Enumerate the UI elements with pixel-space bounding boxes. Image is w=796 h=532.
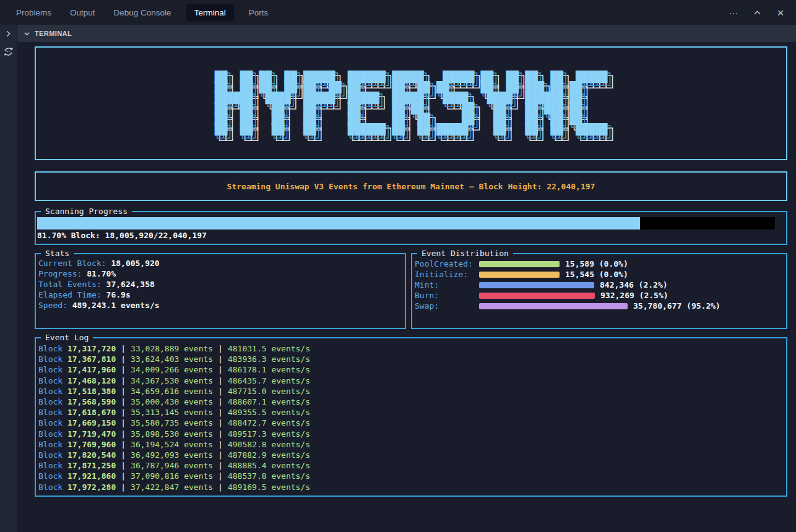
tab-ports[interactable]: Ports [249, 4, 269, 22]
stat-row: Current Block: 18,005,920 [38, 258, 405, 268]
progress-block-detail: Block: 18,005,920/22,040,197 [71, 231, 207, 240]
log-separator: | [121, 376, 126, 385]
log-block-prefix: Block [38, 471, 63, 481]
log-row: Block 17,518,380|34,659,616 events|48771… [38, 386, 786, 397]
log-block-prefix: Block [38, 408, 63, 417]
log-row: Block 17,367,810|33,624,403 events|48393… [38, 354, 786, 364]
log-events-rate: 488885.4 events/s [228, 461, 310, 470]
log-separator: | [218, 344, 223, 353]
log-events-count: 37,090,816 events [131, 471, 213, 481]
distribution-bar [479, 293, 595, 299]
stats-section: Stats Current Block: 18,005,920 Progress… [35, 253, 406, 329]
log-events-count: 33,624,403 events [131, 354, 213, 364]
distribution-bar [479, 272, 560, 278]
distribution-bar [479, 261, 560, 267]
panel-tab-bar: Problems Output Debug Console Terminal P… [0, 0, 796, 25]
distribution-value: 15,545 (0.0%) [565, 270, 628, 279]
hypersync-ascii-art: ██ ██ ██ ██ █████ ██████ █████ █████ ██ … [215, 72, 608, 135]
log-events-count: 34,009,266 events [131, 365, 213, 374]
log-separator: | [121, 387, 126, 396]
log-row: Block 17,568,590|35,000,430 events|48860… [38, 397, 786, 407]
log-block-number: 17,769,960 [67, 440, 116, 449]
log-row: Block 17,719,470|35,898,530 events|48951… [38, 429, 786, 439]
distribution-row: Burn: 932,269 (2.5%) [415, 290, 786, 301]
log-separator: | [218, 429, 223, 439]
log-separator: | [121, 471, 126, 481]
tab-output[interactable]: Output [70, 4, 95, 22]
log-separator: | [218, 483, 223, 492]
log-row: Block 17,972,280|37,422,847 events|48916… [38, 482, 786, 492]
log-row: Block 17,417,960|34,009,266 events|48617… [38, 364, 786, 375]
progress-readout: 81.70% Block: 18,005,920/22,040,197 [37, 231, 775, 240]
log-events-count: 36,194,524 events [131, 440, 213, 449]
log-block-number: 17,669,150 [67, 418, 116, 427]
stat-row: Progress: 81.70% [38, 268, 405, 279]
log-events-count: 33,028,889 events [131, 344, 213, 353]
log-separator: | [121, 483, 126, 492]
distribution-row: Swap: 35,780,677 (95.2%) [415, 301, 786, 311]
log-block-prefix: Block [38, 483, 63, 492]
log-separator: | [121, 365, 126, 374]
log-separator: | [218, 461, 223, 470]
log-separator: | [121, 418, 126, 427]
log-separator: | [218, 408, 223, 417]
expand-rail-chevron-icon[interactable] [4, 30, 12, 38]
tab-terminal[interactable]: Terminal [186, 4, 234, 22]
tab-problems[interactable]: Problems [16, 4, 51, 22]
log-events-rate: 487882.9 events/s [228, 450, 310, 460]
log-block-number: 17,568,590 [67, 397, 116, 406]
close-panel-icon[interactable]: × [775, 7, 786, 18]
log-events-rate: 489355.5 events/s [228, 408, 310, 417]
log-events-count: 35,898,530 events [131, 429, 213, 439]
more-actions-icon[interactable]: ··· [728, 7, 739, 18]
log-row: Block 17,669,150|35,580,735 events|48847… [38, 418, 786, 428]
log-block-prefix: Block [38, 354, 63, 364]
stat-label: Speed: [38, 301, 67, 310]
distribution-label: Swap: [415, 301, 479, 311]
event-distribution-title: Event Distribution [417, 249, 513, 258]
log-events-count: 35,000,430 events [131, 397, 213, 406]
log-block-number: 17,518,380 [67, 387, 116, 396]
distribution-row: Initialize: 15,545 (0.0%) [415, 269, 786, 280]
log-separator: | [121, 344, 126, 353]
distribution-value: 932,269 (2.5%) [600, 291, 668, 300]
log-events-rate: 481031.5 events/s [228, 344, 310, 353]
log-separator: | [218, 450, 223, 460]
log-block-number: 17,317,720 [67, 344, 116, 353]
distribution-value: 35,780,677 (95.2%) [633, 301, 720, 311]
stats-title: Stats [41, 249, 74, 258]
log-events-rate: 488607.1 events/s [228, 397, 310, 406]
stats-rows: Current Block: 18,005,920 Progress: 81.7… [38, 258, 405, 311]
distribution-rows: PoolCreated: 15,589 (0.0%) Initialize: 1… [415, 259, 786, 311]
stat-label: Current Block: [38, 259, 106, 268]
maximize-panel-icon[interactable] [751, 7, 763, 18]
log-events-rate: 490582.8 events/s [228, 440, 310, 449]
distribution-bar [479, 282, 594, 288]
log-row: Block 17,871,250|36,787,946 events|48888… [38, 460, 786, 471]
panel-tabs: Problems Output Debug Console Terminal P… [16, 4, 268, 22]
distribution-label: Initialize: [415, 270, 479, 279]
log-block-prefix: Block [38, 376, 63, 385]
log-block-prefix: Block [38, 450, 63, 460]
log-row: Block 17,317,720|33,028,889 events|48103… [38, 343, 786, 354]
log-block-number: 17,719,470 [67, 429, 116, 439]
log-separator: | [121, 450, 126, 460]
sync-environment-icon[interactable] [3, 46, 14, 57]
log-separator: | [218, 471, 223, 481]
terminal-section-title: TERMINAL [35, 30, 72, 37]
log-separator: | [218, 418, 223, 427]
event-log-title: Event Log [41, 333, 93, 342]
terminal-collapse-chevron-icon[interactable] [24, 30, 30, 37]
log-events-count: 37,422,847 events [131, 483, 213, 492]
stat-value: 18,005,920 [111, 259, 159, 268]
log-block-number: 17,367,810 [67, 354, 116, 364]
stat-value: 37,624,358 [106, 280, 155, 289]
log-row: Block 17,921,860|37,090,816 events|48853… [38, 471, 786, 481]
tab-debug-console[interactable]: Debug Console [114, 4, 171, 22]
log-block-prefix: Block [38, 429, 63, 439]
log-separator: | [218, 397, 223, 406]
stat-row: Speed: 489,243.1 events/s [38, 300, 405, 311]
log-block-prefix: Block [38, 365, 63, 374]
panel-action-icons: ··· × [728, 7, 786, 18]
log-block-prefix: Block [38, 387, 63, 396]
